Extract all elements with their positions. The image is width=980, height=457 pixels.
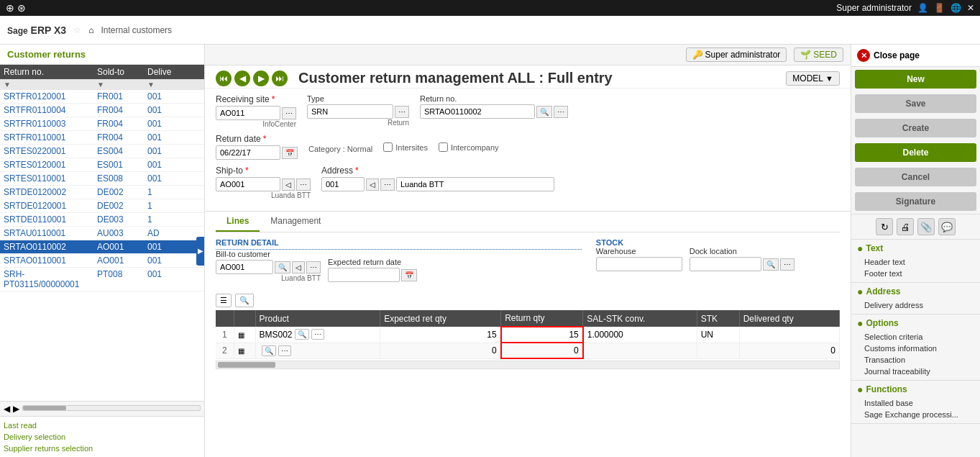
address-code-input[interactable] <box>321 177 365 191</box>
sidebar-row[interactable]: SRTFR0110001FR004001 <box>0 131 204 145</box>
chat-icon[interactable]: 💬 <box>938 218 956 235</box>
sidebar-footer-item[interactable]: Delivery selection <box>4 431 201 443</box>
panel-item[interactable]: Sage Exchange processi... <box>857 409 974 420</box>
sidebar-row[interactable]: SRH-PT03115/00000001PT008001 <box>0 268 204 291</box>
tab-management[interactable]: Management <box>260 212 331 232</box>
sidebar-footer-item[interactable]: Supplier returns selection <box>4 443 201 454</box>
return-date-calendar-btn[interactable]: 📅 <box>282 147 298 159</box>
panel-item[interactable]: Journal traceability <box>857 366 974 377</box>
panel-item[interactable]: Transaction <box>857 354 974 366</box>
return-no-lookup-btn[interactable]: ⋯ <box>554 106 568 118</box>
tab-lines[interactable]: Lines <box>216 212 260 232</box>
nav-first-button[interactable]: ⏮ <box>216 71 232 86</box>
sidebar-row[interactable]: SRTAO0110002AO001001 <box>0 240 204 254</box>
cancel-button[interactable]: Cancel <box>855 168 976 186</box>
sidebar-row[interactable]: SRTFR0110003FR004001 <box>0 117 204 131</box>
dock-location-search-btn[interactable]: 🔍 <box>763 258 779 271</box>
breadcrumb: Internal customers <box>101 25 172 35</box>
sidebar-row[interactable]: SRTES0120001ES001001 <box>0 158 204 172</box>
panel-item[interactable]: Customs information <box>857 343 974 354</box>
logout-icon[interactable]: 🚪 <box>934 3 945 13</box>
ship-to-btn1[interactable]: ◁ <box>282 178 295 191</box>
expected-return-date-cal-btn[interactable]: 📅 <box>401 269 417 281</box>
panel-item[interactable]: Delivery address <box>857 299 974 311</box>
sidebar-row[interactable]: SRTAO0110001AO001001 <box>0 254 204 268</box>
sidebar-scroll[interactable]: ◀ ▶ <box>0 401 204 416</box>
type-input[interactable] <box>307 104 393 119</box>
attachment-icon[interactable]: 📎 <box>917 218 935 235</box>
star-icon[interactable]: ☆ <box>73 25 81 35</box>
delete-button[interactable]: Delete <box>855 143 976 162</box>
sidebar-row[interactable]: SRTFR0120001FR001001 <box>0 90 204 104</box>
model-button[interactable]: MODEL ▼ <box>786 71 840 86</box>
create-button[interactable]: Create <box>855 119 976 137</box>
signature-button[interactable]: Signature <box>855 192 976 211</box>
sidebar-row[interactable]: SRTDE0120002DE0021 <box>0 186 204 199</box>
seed-button[interactable]: 🌱 SEED <box>794 47 843 62</box>
ship-to-input[interactable] <box>216 177 280 191</box>
product-search-btn[interactable]: 🔍 <box>262 345 276 356</box>
product-lookup-btn[interactable]: ⋯ <box>278 345 291 356</box>
sidebar-collapse-arrow[interactable]: ▶ <box>196 237 205 266</box>
bill-to-btn1[interactable]: ◁ <box>292 261 305 273</box>
warehouse-input[interactable] <box>596 257 682 271</box>
row-expand-icon[interactable]: ▦ <box>238 347 244 355</box>
sidebar-footer-item[interactable]: Last read <box>4 420 201 431</box>
bill-to-input[interactable] <box>216 260 273 274</box>
filter-icon-2[interactable]: ▼ <box>97 81 147 89</box>
intercompany-checkbox[interactable] <box>439 142 448 152</box>
filter-icon-1[interactable]: ▼ <box>4 81 97 89</box>
nav-last-button[interactable]: ⏭ <box>272 71 288 86</box>
sidebar-row[interactable]: SRTES0110001ES008001 <box>0 172 204 186</box>
save-button[interactable]: Save <box>855 94 976 113</box>
nav-next-button[interactable]: ▶ <box>253 71 269 86</box>
sidebar-row[interactable]: SRTAU0110001AU003AD <box>0 227 204 240</box>
sidebar-row[interactable]: SRTFR0110004FR004001 <box>0 104 204 117</box>
sidebar-row[interactable]: SRTDE0110001DE0031 <box>0 213 204 227</box>
lines-grid-view-btn[interactable]: ☰ <box>216 294 232 307</box>
product-lookup-btn[interactable]: ⋯ <box>311 329 324 340</box>
product-search-btn[interactable]: 🔍 <box>295 329 309 340</box>
dock-location-input[interactable] <box>690 257 761 271</box>
dock-location-btn[interactable]: ⋯ <box>780 258 794 271</box>
close-icon[interactable]: ✕ <box>967 3 974 13</box>
new-button[interactable]: New <box>855 70 976 89</box>
panel-item[interactable]: Header text <box>857 256 974 268</box>
scroll-left-icon[interactable]: ◀ <box>4 404 10 414</box>
refresh-icon[interactable]: ↻ <box>876 218 893 235</box>
home-icon[interactable]: ⌂ <box>88 25 93 35</box>
sidebar-row[interactable]: SRTES0220001ES004001 <box>0 145 204 158</box>
lines-section-header: RETURN DETAIL Bill-to customer 🔍 ◁ ⋯ <box>216 238 840 288</box>
type-lookup-btn[interactable]: ⋯ <box>395 106 409 118</box>
receiving-site-input[interactable] <box>216 106 280 120</box>
panel-item[interactable]: Installed base <box>857 397 974 409</box>
table-horizontal-scrollbar[interactable] <box>216 361 840 369</box>
filter-icon-3[interactable]: ▼ <box>147 81 191 89</box>
bill-to-search-btn[interactable]: 🔍 <box>275 261 290 273</box>
return-no-search-btn[interactable]: 🔍 <box>536 106 552 118</box>
address-btn2[interactable]: ⋯ <box>380 178 395 191</box>
return-no-input[interactable] <box>420 104 535 119</box>
intersites-checkbox[interactable] <box>383 142 393 152</box>
panel-item[interactable]: Footer text <box>857 268 974 279</box>
scroll-right-icon[interactable]: ▶ <box>13 404 19 414</box>
address-name-input[interactable] <box>396 177 554 191</box>
address-btn1[interactable]: ◁ <box>366 178 379 191</box>
row-expand-icon[interactable]: ▦ <box>238 331 244 339</box>
return-date-input[interactable] <box>216 145 280 160</box>
receiving-site-lookup-btn[interactable]: ⋯ <box>282 107 296 119</box>
close-page-icon[interactable]: ✕ <box>857 49 870 62</box>
ship-to-label: Ship-to * <box>216 166 311 176</box>
nav-prev-button[interactable]: ◀ <box>234 71 250 86</box>
bill-to-btn2[interactable]: ⋯ <box>306 261 321 273</box>
print-icon[interactable]: 🖨 <box>897 218 914 235</box>
ship-to-btn2[interactable]: ⋯ <box>296 178 311 191</box>
expected-return-date-input[interactable] <box>328 268 400 282</box>
sidebar-row[interactable]: SRTDE0120001DE0021 <box>0 199 204 213</box>
panel-item[interactable]: Selection criteria <box>857 331 974 343</box>
admin-button[interactable]: 🔑 Super administrator <box>686 47 787 62</box>
globe-icon[interactable]: 🌐 <box>951 3 961 13</box>
user-icon[interactable]: 👤 <box>917 3 928 13</box>
lines-search-btn[interactable]: 🔍 <box>235 294 254 307</box>
scroll-thumb[interactable] <box>218 362 275 368</box>
